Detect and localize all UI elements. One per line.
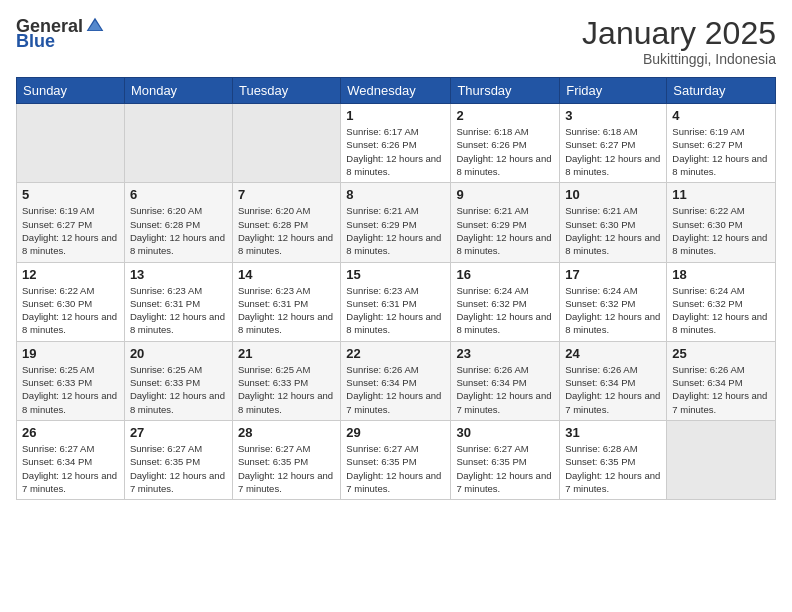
day-number: 14 [238,267,335,282]
day-number: 21 [238,346,335,361]
day-number: 20 [130,346,227,361]
day-number: 23 [456,346,554,361]
header-row: Sunday Monday Tuesday Wednesday Thursday… [17,78,776,104]
day-number: 9 [456,187,554,202]
day-cell [17,104,125,183]
day-number: 26 [22,425,119,440]
col-thursday: Thursday [451,78,560,104]
day-cell: 21 Sunrise: 6:25 AMSunset: 6:33 PMDaylig… [232,341,340,420]
logo-blue: Blue [16,32,55,50]
day-info: Sunrise: 6:23 AMSunset: 6:31 PMDaylight:… [130,284,227,337]
day-info: Sunrise: 6:24 AMSunset: 6:32 PMDaylight:… [565,284,661,337]
day-cell: 30 Sunrise: 6:27 AMSunset: 6:35 PMDaylig… [451,420,560,499]
day-info: Sunrise: 6:21 AMSunset: 6:29 PMDaylight:… [456,204,554,257]
day-info: Sunrise: 6:24 AMSunset: 6:32 PMDaylight:… [456,284,554,337]
week-row-4: 26 Sunrise: 6:27 AMSunset: 6:34 PMDaylig… [17,420,776,499]
week-row-2: 12 Sunrise: 6:22 AMSunset: 6:30 PMDaylig… [17,262,776,341]
day-info: Sunrise: 6:18 AMSunset: 6:27 PMDaylight:… [565,125,661,178]
day-cell: 26 Sunrise: 6:27 AMSunset: 6:34 PMDaylig… [17,420,125,499]
day-info: Sunrise: 6:19 AMSunset: 6:27 PMDaylight:… [22,204,119,257]
day-info: Sunrise: 6:23 AMSunset: 6:31 PMDaylight:… [346,284,445,337]
day-info: Sunrise: 6:27 AMSunset: 6:35 PMDaylight:… [346,442,445,495]
logo-icon [85,16,105,36]
day-cell [232,104,340,183]
calendar-table: Sunday Monday Tuesday Wednesday Thursday… [16,77,776,500]
day-number: 18 [672,267,770,282]
day-number: 25 [672,346,770,361]
day-number: 13 [130,267,227,282]
day-number: 16 [456,267,554,282]
day-number: 8 [346,187,445,202]
day-cell: 4 Sunrise: 6:19 AMSunset: 6:27 PMDayligh… [667,104,776,183]
day-cell: 5 Sunrise: 6:19 AMSunset: 6:27 PMDayligh… [17,183,125,262]
col-monday: Monday [124,78,232,104]
day-cell: 12 Sunrise: 6:22 AMSunset: 6:30 PMDaylig… [17,262,125,341]
day-number: 11 [672,187,770,202]
day-info: Sunrise: 6:21 AMSunset: 6:29 PMDaylight:… [346,204,445,257]
day-cell: 11 Sunrise: 6:22 AMSunset: 6:30 PMDaylig… [667,183,776,262]
day-cell: 25 Sunrise: 6:26 AMSunset: 6:34 PMDaylig… [667,341,776,420]
day-number: 24 [565,346,661,361]
month-year: January 2025 [582,16,776,51]
day-info: Sunrise: 6:24 AMSunset: 6:32 PMDaylight:… [672,284,770,337]
week-row-1: 5 Sunrise: 6:19 AMSunset: 6:27 PMDayligh… [17,183,776,262]
day-number: 2 [456,108,554,123]
day-info: Sunrise: 6:25 AMSunset: 6:33 PMDaylight:… [22,363,119,416]
day-info: Sunrise: 6:21 AMSunset: 6:30 PMDaylight:… [565,204,661,257]
day-cell: 15 Sunrise: 6:23 AMSunset: 6:31 PMDaylig… [341,262,451,341]
day-cell: 20 Sunrise: 6:25 AMSunset: 6:33 PMDaylig… [124,341,232,420]
day-info: Sunrise: 6:18 AMSunset: 6:26 PMDaylight:… [456,125,554,178]
day-number: 19 [22,346,119,361]
day-info: Sunrise: 6:17 AMSunset: 6:26 PMDaylight:… [346,125,445,178]
day-cell: 3 Sunrise: 6:18 AMSunset: 6:27 PMDayligh… [560,104,667,183]
day-cell: 1 Sunrise: 6:17 AMSunset: 6:26 PMDayligh… [341,104,451,183]
day-number: 6 [130,187,227,202]
day-cell: 27 Sunrise: 6:27 AMSunset: 6:35 PMDaylig… [124,420,232,499]
day-number: 30 [456,425,554,440]
day-cell: 8 Sunrise: 6:21 AMSunset: 6:29 PMDayligh… [341,183,451,262]
day-number: 29 [346,425,445,440]
day-number: 22 [346,346,445,361]
day-info: Sunrise: 6:22 AMSunset: 6:30 PMDaylight:… [672,204,770,257]
day-number: 1 [346,108,445,123]
day-info: Sunrise: 6:27 AMSunset: 6:35 PMDaylight:… [456,442,554,495]
day-number: 10 [565,187,661,202]
day-info: Sunrise: 6:26 AMSunset: 6:34 PMDaylight:… [672,363,770,416]
day-cell: 9 Sunrise: 6:21 AMSunset: 6:29 PMDayligh… [451,183,560,262]
col-tuesday: Tuesday [232,78,340,104]
day-info: Sunrise: 6:27 AMSunset: 6:35 PMDaylight:… [238,442,335,495]
day-number: 4 [672,108,770,123]
day-cell: 28 Sunrise: 6:27 AMSunset: 6:35 PMDaylig… [232,420,340,499]
day-number: 28 [238,425,335,440]
day-cell: 2 Sunrise: 6:18 AMSunset: 6:26 PMDayligh… [451,104,560,183]
day-cell: 22 Sunrise: 6:26 AMSunset: 6:34 PMDaylig… [341,341,451,420]
col-sunday: Sunday [17,78,125,104]
day-cell: 24 Sunrise: 6:26 AMSunset: 6:34 PMDaylig… [560,341,667,420]
day-number: 27 [130,425,227,440]
day-info: Sunrise: 6:23 AMSunset: 6:31 PMDaylight:… [238,284,335,337]
col-friday: Friday [560,78,667,104]
day-cell: 23 Sunrise: 6:26 AMSunset: 6:34 PMDaylig… [451,341,560,420]
day-cell [124,104,232,183]
day-info: Sunrise: 6:26 AMSunset: 6:34 PMDaylight:… [346,363,445,416]
day-number: 3 [565,108,661,123]
day-number: 7 [238,187,335,202]
day-info: Sunrise: 6:19 AMSunset: 6:27 PMDaylight:… [672,125,770,178]
day-cell: 17 Sunrise: 6:24 AMSunset: 6:32 PMDaylig… [560,262,667,341]
day-cell: 16 Sunrise: 6:24 AMSunset: 6:32 PMDaylig… [451,262,560,341]
week-row-3: 19 Sunrise: 6:25 AMSunset: 6:33 PMDaylig… [17,341,776,420]
col-saturday: Saturday [667,78,776,104]
header: General Blue January 2025 Bukittinggi, I… [16,16,776,67]
day-number: 12 [22,267,119,282]
day-info: Sunrise: 6:27 AMSunset: 6:34 PMDaylight:… [22,442,119,495]
title-section: January 2025 Bukittinggi, Indonesia [582,16,776,67]
day-number: 31 [565,425,661,440]
day-cell [667,420,776,499]
day-info: Sunrise: 6:20 AMSunset: 6:28 PMDaylight:… [238,204,335,257]
day-info: Sunrise: 6:26 AMSunset: 6:34 PMDaylight:… [565,363,661,416]
col-wednesday: Wednesday [341,78,451,104]
week-row-0: 1 Sunrise: 6:17 AMSunset: 6:26 PMDayligh… [17,104,776,183]
day-info: Sunrise: 6:20 AMSunset: 6:28 PMDaylight:… [130,204,227,257]
day-cell: 31 Sunrise: 6:28 AMSunset: 6:35 PMDaylig… [560,420,667,499]
day-cell: 18 Sunrise: 6:24 AMSunset: 6:32 PMDaylig… [667,262,776,341]
